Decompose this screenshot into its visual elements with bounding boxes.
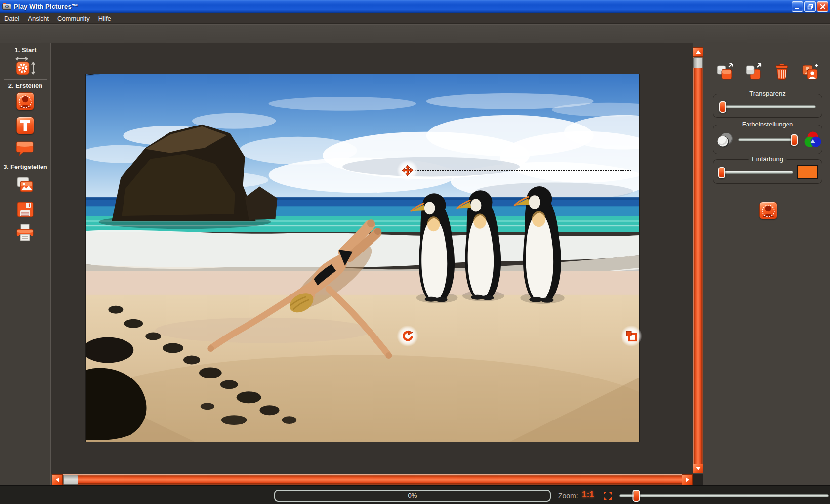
tint-color-swatch[interactable] xyxy=(797,165,818,179)
transparency-slider-thumb[interactable] xyxy=(719,101,726,113)
fit-to-window-icon xyxy=(603,491,613,501)
bring-to-front-icon xyxy=(716,63,734,81)
scale-icon xyxy=(625,330,637,342)
step-sidebar: 1. Start 2. Erstellen xyxy=(0,43,51,485)
bring-to-front-button[interactable] xyxy=(716,63,734,81)
rotate-icon xyxy=(402,330,414,342)
send-to-back-button[interactable] xyxy=(745,63,762,81)
close-icon xyxy=(820,4,826,10)
cutout-person-button[interactable] xyxy=(759,202,777,219)
horizontal-scroll-thumb[interactable] xyxy=(63,475,78,485)
tint-label: Einfärbung xyxy=(748,155,787,163)
editing-canvas xyxy=(51,43,693,474)
export-image-button[interactable] xyxy=(15,176,34,195)
color-settings-label: Farbeinstellungen xyxy=(739,121,796,128)
window-title: Play With Pictures™ xyxy=(14,3,78,10)
vertical-scroll-thumb[interactable] xyxy=(693,57,703,68)
zoom-slider-thumb[interactable] xyxy=(632,490,640,502)
left-arrow-icon xyxy=(56,477,59,482)
object-properties-panel: Transparenz Farbeinstellungen xyxy=(703,43,830,485)
tint-slider[interactable] xyxy=(719,171,793,174)
menu-community[interactable]: Community xyxy=(57,15,90,22)
save-button[interactable] xyxy=(16,201,34,218)
zoom-fit-button[interactable] xyxy=(603,491,613,501)
export-image-icon xyxy=(15,176,34,195)
scale-handle[interactable] xyxy=(621,325,642,347)
minimize-button[interactable] xyxy=(792,1,803,12)
color-settings-slider[interactable] xyxy=(738,138,798,141)
title-bar: Play With Pictures™ xyxy=(0,0,830,13)
print-icon xyxy=(16,223,34,243)
down-arrow-icon xyxy=(696,467,701,470)
rgb-circles-icon[interactable] xyxy=(803,130,822,149)
contrast-circles-icon xyxy=(716,131,735,150)
text-tool-icon xyxy=(16,117,34,134)
menu-hilfe[interactable]: Hilfe xyxy=(98,15,111,22)
canvas-size-button[interactable] xyxy=(12,56,40,79)
menu-datei[interactable]: Datei xyxy=(4,15,19,22)
transparency-slider[interactable] xyxy=(719,105,816,108)
camera-app-icon xyxy=(2,2,11,10)
delete-button[interactable] xyxy=(773,63,790,81)
trash-icon xyxy=(773,63,790,81)
rotate-handle[interactable] xyxy=(397,325,418,347)
application-window: Play With Pictures™ Datei Ansicht Commun… xyxy=(0,0,830,504)
zoom-actual-size-button[interactable]: 1:1 xyxy=(582,490,594,500)
scroll-right-button[interactable] xyxy=(682,474,693,485)
speech-bubble-button[interactable] xyxy=(15,140,34,158)
scroll-left-button[interactable] xyxy=(52,474,63,485)
text-tool-button[interactable] xyxy=(16,117,34,134)
move-handle[interactable] xyxy=(397,160,418,181)
tool-strip xyxy=(0,24,830,43)
move-icon xyxy=(402,165,414,176)
menu-ansicht[interactable]: Ansicht xyxy=(28,15,49,22)
progress-bar: 0% xyxy=(274,490,551,502)
selection-rectangle[interactable] xyxy=(408,170,631,336)
restore-icon xyxy=(807,4,813,10)
add-cutout-button[interactable] xyxy=(801,63,819,81)
sidebar-divider xyxy=(4,79,47,80)
section-label-erstellen: 2. Erstellen xyxy=(0,82,51,89)
horizontal-scrollbar[interactable] xyxy=(52,474,693,485)
progress-value: 0% xyxy=(408,492,417,499)
transparency-group: Transparenz xyxy=(713,94,822,118)
restore-button[interactable] xyxy=(804,1,816,12)
scrollbar-corner xyxy=(693,474,703,485)
vertical-scrollbar[interactable] xyxy=(693,47,703,473)
status-bar: 0% Zoom: 1:1 xyxy=(0,485,830,504)
section-label-fertigstellen: 3. Fertigstellen xyxy=(0,164,51,170)
speech-bubble-icon xyxy=(15,140,34,158)
cutout-person-button[interactable] xyxy=(16,92,34,110)
zoom-slider[interactable] xyxy=(619,494,829,497)
cutout-person-icon xyxy=(16,92,34,110)
color-settings-group: Farbeinstellungen xyxy=(713,125,822,154)
scroll-down-button[interactable] xyxy=(693,464,703,473)
color-settings-slider-thumb[interactable] xyxy=(791,134,798,146)
canvas-size-icon xyxy=(12,56,40,79)
close-button[interactable] xyxy=(817,1,828,12)
tint-slider-thumb[interactable] xyxy=(718,167,725,178)
minimize-icon xyxy=(795,4,801,10)
up-arrow-icon xyxy=(696,50,701,54)
print-button[interactable] xyxy=(16,223,34,243)
sidebar-divider xyxy=(4,162,47,162)
cutout-person-icon xyxy=(759,202,777,219)
send-to-back-icon xyxy=(745,63,762,81)
scroll-up-button[interactable] xyxy=(693,47,703,57)
menu-bar: Datei Ansicht Community Hilfe xyxy=(0,13,830,24)
zoom-label: Zoom: xyxy=(558,492,578,500)
section-label-start: 1. Start xyxy=(0,46,51,54)
right-arrow-icon xyxy=(686,477,689,482)
add-cutout-icon xyxy=(801,63,819,81)
save-icon xyxy=(16,201,34,218)
tint-group: Einfärbung xyxy=(713,159,822,184)
transparency-label: Transparenz xyxy=(746,90,789,97)
